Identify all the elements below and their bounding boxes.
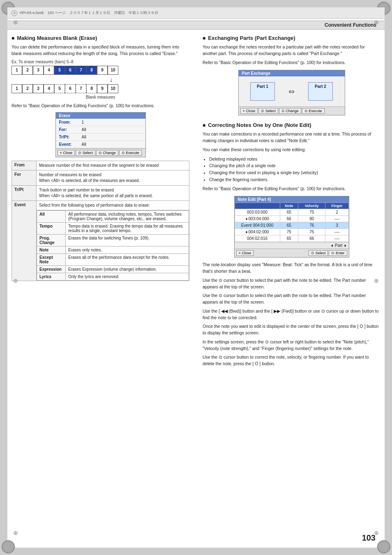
ne-part-next: ♦: [344, 243, 346, 248]
item-event: Event: [12, 201, 37, 281]
explanation-from: Measure number of the first measure of t…: [37, 161, 189, 170]
part-exchange-intro: You can exchange the notes recorded for …: [203, 44, 380, 57]
making-measures-heading: Making Measures Blank (Erase): [12, 35, 189, 41]
erase-event-label: Event:: [59, 142, 82, 147]
sub-item-prog-change: Prog. Change: [37, 235, 66, 246]
erase-for-label: For:: [59, 127, 82, 132]
explanation-event-intro: Select from the following types of perfo…: [37, 201, 189, 210]
m1-cell-3: 3: [33, 66, 44, 75]
ne-col-velocity: Velocity: [298, 203, 325, 209]
m1-cell-1: 1: [12, 66, 22, 75]
sub-explanation-tempo: Tempo data is erased. Erasing the tempo …: [66, 223, 189, 235]
part1-label: Part 1: [257, 84, 268, 89]
section-title-bar: Convenient Functions: [7, 21, 385, 30]
note-edit-bullets: Deleting misplayed notes Changing the pi…: [209, 156, 380, 183]
sub-explanation-note: Erases only notes.: [66, 246, 189, 254]
erase-select-btn[interactable]: ⊙ Select: [76, 150, 95, 156]
note-body-5: Once the note you want to edit is displa…: [203, 323, 380, 336]
ne-dialog-title: Note Edit [Part 4]: [235, 196, 349, 203]
ne-part-row: ♦ Part ♦: [235, 242, 349, 249]
pe-dialog-title: Part Exchange: [239, 70, 345, 76]
m1-cell-10: 10: [108, 66, 118, 75]
sub-item-all: All: [37, 211, 66, 223]
ne-finger-4: ----: [325, 229, 348, 235]
bullet-3: Changing the force used in playing a sin…: [209, 169, 380, 176]
erase-close-btn[interactable]: × Close: [58, 150, 75, 156]
m2-cell-4: 4: [44, 84, 54, 93]
note-edit-section: Correcting Notes One by One (Note Edit) …: [203, 122, 380, 367]
ne-finger-5: ----: [325, 235, 348, 242]
ne-enter-btn[interactable]: ⊙ Enter: [329, 250, 347, 256]
sub-explanation-all: All performance data, including notes, t…: [66, 211, 189, 223]
ne-vel-1: 75: [298, 209, 325, 216]
ne-time-3: Event 004:01:000: [235, 222, 280, 229]
ne-vel-5: 66: [298, 235, 325, 242]
explanation-for: Number of measures to be erasedWhen <All…: [37, 170, 189, 186]
note-edit-intro: You can make corrections in a recorded p…: [203, 131, 380, 144]
note-body-4: Use the [ ◀◀ (Bwd)] button and the [ ▶▶ …: [203, 308, 380, 321]
page-border-bottom: [0, 548, 392, 555]
m1-cell-6: 6: [65, 66, 76, 75]
ne-finger-1: 2: [325, 209, 348, 216]
m1-cell-2: 2: [22, 66, 33, 75]
erase-for-row: For: All: [56, 126, 145, 134]
part1-box: Part 1: [250, 82, 275, 101]
ne-row-5: 004:02:016 65 66 ----: [235, 235, 348, 242]
ne-note-3: 65: [280, 222, 298, 229]
ne-select-btn[interactable]: ⊙ Select: [309, 250, 328, 256]
exchange-arrow-icon: ⇔: [288, 87, 295, 96]
pe-select-btn[interactable]: ⊙ Select: [258, 108, 278, 114]
event-all-row: All All performance data, including note…: [37, 210, 189, 281]
ne-vel-4: 75: [298, 229, 325, 235]
pe-close-btn[interactable]: × Close: [240, 108, 258, 114]
page-border-top: [0, 0, 392, 7]
part-exchange-dialog: Part Exchange Part 1 ⇔ Part 2 × Close ⊙ …: [238, 70, 345, 115]
erase-from-row: From: 1: [56, 119, 145, 126]
erase-event-value: All: [82, 142, 142, 147]
pe-change-btn[interactable]: ⊙ Change: [279, 108, 301, 114]
ne-col-note: Note: [280, 203, 298, 209]
m2-cell-5: 5: [54, 84, 65, 93]
erase-info-table: From Measure number of the first measure…: [12, 161, 189, 281]
note-body-6: In the settings screen, press the ⊙ curs…: [203, 339, 380, 352]
ne-finger-2: ----: [325, 216, 348, 222]
reg-mark-ml: ⊕: [13, 277, 18, 284]
erase-trpt-value: All: [82, 135, 142, 139]
m2-cell-1: 1: [12, 84, 22, 93]
item-for: For: [12, 170, 37, 186]
header-text: HPi-6S-e.book 103 ページ ２００７年１１月１９日 月曜日 午前…: [20, 10, 158, 16]
sub-explanation-lyrics: Only the lyrics are removed.: [66, 273, 189, 281]
section-title: Convenient Functions: [325, 22, 376, 28]
erase-dialog-footer: × Close ⊙ Select ⊙ Change ⊙ Execute: [56, 148, 145, 157]
pe-footer: × Close ⊙ Select ⊙ Change ⊙ Execute: [239, 106, 345, 115]
m2-cell-2: 2: [22, 84, 33, 93]
erase-change-btn[interactable]: ⊙ Change: [96, 150, 118, 156]
ne-time-2: ♦003:04:000: [235, 216, 280, 222]
part2-box: Part 2: [308, 82, 333, 101]
ne-row-4: ♦004:02:000 75 75 ----: [235, 229, 348, 235]
m2-cell-9: 9: [97, 84, 108, 93]
sub-item-tempo: Tempo: [37, 223, 66, 235]
ne-part-prev: ♦: [331, 243, 333, 248]
m1-cell-9: 9: [97, 66, 108, 75]
bullet-4: Change the fingering numbers.: [209, 176, 380, 183]
reg-mark-mr: ⊕: [374, 277, 379, 284]
table-row-all: All All performance data, including note…: [12, 210, 189, 281]
header-crosshair-icon: ⊕: [12, 10, 17, 16]
reg-mark-tr: ⊕: [374, 19, 379, 25]
ne-part-label: Part: [335, 243, 342, 248]
erase-dialog: Erase From: 1 For: All Tr/Pt: All Event:…: [55, 112, 146, 157]
bullet-1: Deleting misplayed notes: [209, 156, 380, 163]
ne-time-5: 004:02:016: [235, 235, 280, 242]
reg-mark-bl: ⊕: [13, 530, 18, 536]
m1-cell-5: 5: [54, 66, 65, 75]
part-exchange-refer: Refer to "Basic Operation of the Editing…: [203, 60, 380, 66]
ne-row-2: ♦003:04:000 66 80 ----: [235, 216, 348, 222]
arrow-down-icon: ↓: [33, 76, 189, 83]
erase-execute-btn[interactable]: ⊙ Execute: [119, 150, 142, 156]
ne-close-btn[interactable]: × Close: [236, 250, 254, 256]
pe-execute-btn[interactable]: ⊙ Execute: [302, 108, 325, 114]
ne-note-4: 75: [280, 229, 298, 235]
table-row-event-header: Event Select from the following types of…: [12, 201, 189, 210]
ne-time-4: ♦004:02:000: [235, 229, 280, 235]
